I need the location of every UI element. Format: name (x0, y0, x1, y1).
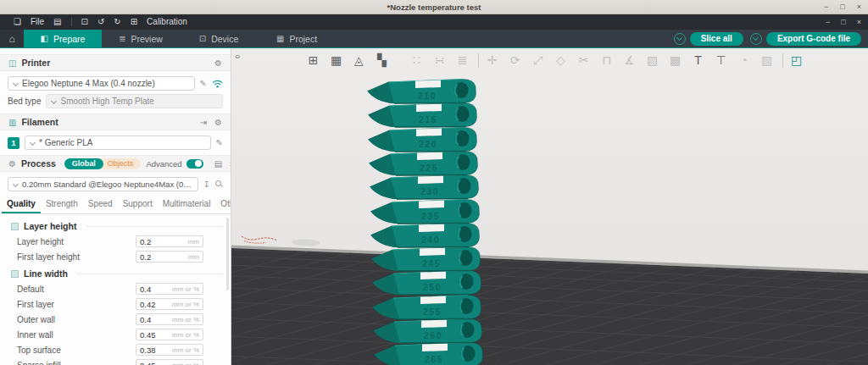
param-input[interactable]: 0.2 mm (136, 235, 203, 247)
redo-icon[interactable]: ↻ (114, 18, 120, 26)
wifi-icon[interactable] (212, 79, 223, 88)
tower-block: 210 (363, 77, 481, 106)
param-unit: mm or % (172, 331, 199, 339)
chevron-down-icon (30, 140, 36, 146)
tab-support[interactable]: Support (118, 195, 158, 213)
param-input[interactable]: 0.42 mm or % (136, 298, 203, 310)
bed-type-select[interactable]: Smooth High Temp Plate (46, 94, 223, 108)
bed-type-row: Bed type Smooth High Temp Plate (8, 94, 223, 108)
filament-preset-value: * Generic PLA (39, 138, 92, 147)
tab-others[interactable]: Others (215, 195, 231, 213)
slice-actions: Slice all Export G-code file (674, 30, 861, 47)
param-input[interactable]: 0.4 mm or % (136, 313, 203, 325)
printer-settings-icon[interactable]: ⚙ (214, 58, 222, 68)
slice-options-dropdown[interactable] (674, 33, 686, 45)
param-input[interactable]: 0.4 mm or % (136, 283, 203, 295)
param-value: 0.38 (140, 346, 156, 355)
svg-text:230: 230 (420, 186, 439, 196)
window-control[interactable]: × (857, 19, 861, 26)
param-unit: mm or % (172, 301, 199, 308)
svg-text:255: 255 (423, 307, 442, 317)
calibration-icon[interactable]: ⊞ (131, 18, 137, 26)
param-input[interactable]: 0.2 mm (136, 251, 203, 263)
advanced-toggle[interactable] (186, 159, 203, 169)
window-control[interactable]: □ (841, 19, 845, 26)
tab-preview[interactable]: ≣ Preview (102, 30, 180, 47)
process-preset-row: 0.20mm Standard @Elegoo Neptune4Max (0.4… (8, 177, 223, 191)
search-icon[interactable] (215, 180, 223, 188)
tab-quality[interactable]: Quality (2, 195, 41, 213)
undo-icon[interactable]: ↺ (97, 18, 104, 26)
printer-preset-select[interactable]: Elegoo Neptune 4 Max (0.4 nozzle) (8, 76, 195, 91)
param-value: 0.2 (140, 252, 151, 262)
param-unit: mm or % (172, 316, 199, 324)
param-input[interactable]: 0.45 mm or % (136, 359, 203, 365)
window-control[interactable]: □ (840, 3, 844, 11)
process-objects-pill[interactable]: Objects (97, 158, 142, 169)
window-control[interactable]: − (826, 19, 830, 26)
param-value: 0.45 (140, 330, 156, 340)
tab-project[interactable]: ▦ Project (258, 30, 336, 47)
build-plate[interactable] (231, 48, 868, 365)
param-row: Top surface 0.38 mm or % (0, 342, 231, 357)
app-window-controls: −□× (826, 19, 861, 26)
temp-tower[interactable]: 210 215 220 (363, 77, 507, 365)
param-value: 0.4 (140, 315, 151, 324)
param-section-header: Line width (0, 264, 231, 281)
param-row: First layer 0.42 mm or % (0, 296, 231, 312)
tab-multimaterial[interactable]: Multimaterial (158, 195, 216, 213)
filament-preset-row: 1 * Generic PLA ✎ (8, 135, 223, 150)
export-options-dropdown[interactable] (750, 33, 762, 45)
filament-sync-icon[interactable]: ⇥ (200, 118, 207, 127)
param-label: Sparse infill (17, 361, 136, 365)
menu-grid-icon[interactable]: ▤ (53, 18, 61, 26)
param-input[interactable]: 0.38 mm or % (136, 344, 203, 356)
param-label: Default (17, 285, 136, 294)
chevron-down-icon (753, 35, 759, 41)
window-control[interactable]: × (857, 3, 861, 11)
printer-section-header: ◫ Printer ⚙ (0, 54, 231, 71)
param-label: Inner wall (17, 330, 136, 340)
menu-items: ❏File▤⊡↺↻⊞Calibration (14, 18, 187, 26)
tab-speed[interactable]: Speed (83, 195, 118, 213)
viewport-3d[interactable]: ‹› ⊞▦◬▚∷∺≣✛⟳⤢◇✂⊓∡▨▩T⊤◔▧◰ 210 (231, 48, 868, 365)
process-global-pill[interactable]: Global (64, 158, 103, 169)
titlebar-window-controls: −□× (824, 0, 861, 14)
home-icon: ⌂ (8, 33, 14, 45)
svg-text:240: 240 (421, 235, 440, 245)
slice-all-button[interactable]: Slice all (690, 32, 743, 46)
chevron-down-icon (13, 80, 19, 86)
process-preset-select[interactable]: 0.20mm Standard @Elegoo Neptune4Max (0.4… (8, 177, 198, 191)
settings-sidebar: ◫ Printer ⚙ Elegoo Neptune 4 Max (0.4 no… (0, 48, 231, 365)
window-control[interactable]: − (824, 3, 828, 11)
filament-index-badge[interactable]: 1 (8, 137, 19, 149)
calibration-menu[interactable]: Calibration (147, 18, 187, 26)
export-gcode-button[interactable]: Export G-code file (766, 32, 861, 46)
svg-text:215: 215 (419, 114, 437, 124)
param-row: Default 0.4 mm or % (0, 281, 231, 296)
plate-surface (231, 248, 868, 365)
filament-icon: ▥ (8, 118, 16, 127)
edit-filament-icon[interactable]: ✎ (216, 138, 223, 147)
filament-settings-icon[interactable]: ⚙ (214, 118, 222, 127)
sidebar-scrollbar[interactable] (226, 218, 229, 290)
filament-preset-select[interactable]: * Generic PLA (25, 135, 211, 150)
tab-prepare[interactable]: ◧ Prepare (24, 30, 102, 47)
save-icon[interactable]: ⊡ (81, 18, 88, 26)
tab-device[interactable]: ⊡ Device (180, 30, 258, 47)
param-section-header: Layer height (0, 217, 231, 234)
tab-strength[interactable]: Strength (41, 195, 83, 213)
file-icon[interactable]: ❏ (14, 18, 21, 26)
home-button[interactable]: ⌂ (0, 30, 24, 47)
svg-text:210: 210 (418, 91, 437, 101)
edit-printer-icon[interactable]: ✎ (200, 79, 207, 88)
param-input[interactable]: 0.45 mm or % (136, 329, 203, 340)
file-menu[interactable]: File (31, 18, 44, 26)
tab-icon: ⊡ (199, 34, 206, 43)
param-row: Layer height 0.2 mm (0, 234, 231, 249)
param-value: 0.2 (140, 237, 151, 246)
param-row: Inner wall 0.45 mm or % (0, 327, 231, 342)
svg-text:220: 220 (419, 139, 437, 149)
save-preset-icon[interactable]: ↧ (203, 180, 210, 189)
parameter-table-icon[interactable]: ▤ (214, 159, 222, 169)
